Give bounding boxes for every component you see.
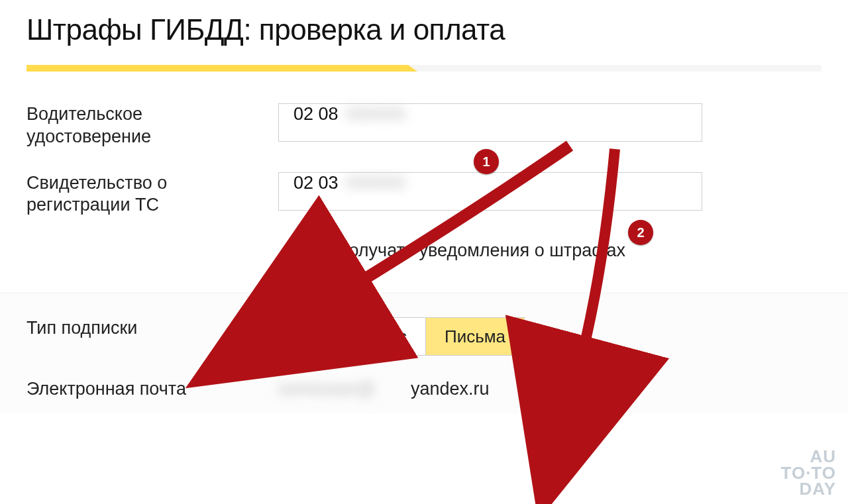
watermark: AU TO·TO DAY (781, 448, 837, 497)
watermark-l3: DAY (781, 481, 837, 497)
annotation-arrow-2 (0, 0, 848, 504)
watermark-l1: AU (781, 448, 837, 465)
